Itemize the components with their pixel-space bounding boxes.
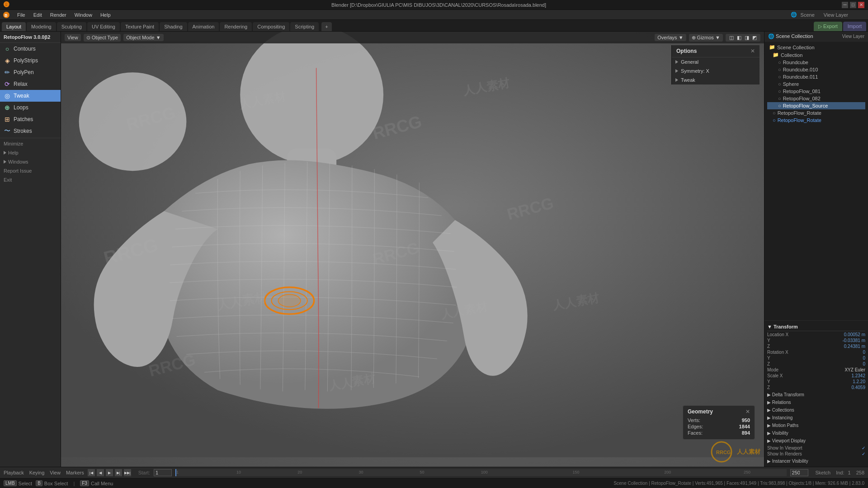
options-panel-header: Options ✕ — [672, 45, 760, 57]
sidebar-item-patches[interactable]: ⊞ Patches — [0, 113, 61, 125]
frame-label-1: 1 — [176, 470, 179, 474]
viewport-background: RRCG 人人素材 RRCG 人人素材 RRCG 人人素材 RRCG 人人素材 … — [61, 32, 764, 467]
tab-uv-editing[interactable]: UV Editing — [87, 22, 120, 31]
viewport[interactable]: RRCG 人人素材 RRCG 人人素材 RRCG 人人素材 RRCG 人人素材 … — [61, 32, 764, 467]
sidebar-item-tweak[interactable]: ◎ Tweak — [0, 90, 61, 102]
windows-arrow-icon — [4, 160, 6, 164]
scene-item-roundcube[interactable]: ○ Roundcube — [767, 59, 865, 66]
report-issue-label: Report Issue — [4, 168, 32, 174]
menu-help[interactable]: Help — [97, 11, 114, 19]
visibility-section[interactable]: ▶ Visibility — [767, 429, 865, 437]
collection-sub-icon: 📁 — [773, 52, 779, 58]
tab-rendering[interactable]: Rendering — [220, 22, 252, 31]
sidebar-windows[interactable]: Windows — [0, 157, 61, 166]
sidebar-item-strokes[interactable]: 〜 Strokes — [0, 125, 61, 137]
scene-item-retopoflow-rotate1[interactable]: ○ RetopoFlow_Rotate — [767, 109, 865, 117]
add-workspace-button[interactable]: + — [321, 22, 331, 31]
relations-section[interactable]: ▶ Relations — [767, 399, 865, 406]
jump-start-button[interactable]: |◀ — [88, 469, 95, 476]
next-frame-button[interactable]: ▶| — [115, 469, 122, 476]
start-frame-input[interactable] — [154, 469, 172, 476]
frame-label-50: 50 — [420, 470, 425, 474]
tab-layout[interactable]: Layout — [2, 22, 26, 31]
sidebar-help[interactable]: Help — [0, 148, 61, 157]
options-symmetry[interactable]: Symmetry: X — [672, 66, 760, 75]
viewport-shading-buttons[interactable]: ◫ ◧ ◨ ◩ — [726, 34, 760, 42]
scene-item-retopoflow-source[interactable]: ○ RetopoFlow_Source — [767, 102, 865, 109]
polypen-icon: ✏ — [4, 69, 11, 76]
status-bar: LMB Select B Box Select | F3 Call Menu S… — [0, 478, 868, 488]
select-status: LMB Select — [4, 480, 32, 486]
maximize-button[interactable]: □ — [850, 2, 856, 8]
geometry-verts-row: Verts: 950 — [688, 418, 750, 423]
minimize-button[interactable]: ─ — [842, 2, 848, 8]
rrcg-text: 人人素材 — [737, 448, 760, 456]
motion-paths-section[interactable]: ▶ Motion Paths — [767, 422, 865, 429]
collections-section[interactable]: ▶ Collections — [767, 406, 865, 414]
end-frame-input[interactable] — [790, 469, 808, 476]
viewport-object-type-button[interactable]: ⊙ Object Type — [84, 34, 121, 42]
main-area: RetopoFlow 3.0.0β2 ○ Contours ◈ PolyStri… — [0, 32, 868, 467]
tab-compositing[interactable]: Compositing — [253, 22, 289, 31]
menu-render[interactable]: Render — [47, 11, 70, 19]
timeline-area[interactable]: 1 10 20 30 50 100 150 200 250 — [175, 469, 787, 476]
sidebar-report-issue[interactable]: Report Issue — [0, 166, 61, 175]
sidebar-item-relax[interactable]: ⟳ Relax — [0, 78, 61, 90]
tab-scripting[interactable]: Scripting — [290, 22, 319, 31]
prev-frame-button[interactable]: ◀ — [97, 469, 104, 476]
tab-animation[interactable]: Animation — [188, 22, 219, 31]
sidebar-item-loops[interactable]: ⊕ Loops — [0, 102, 61, 113]
delta-transform-section[interactable]: ▶ Delta Transform — [767, 391, 865, 399]
svg-point-8 — [278, 295, 301, 307]
markers-label: Markers — [66, 470, 84, 475]
menu-edit[interactable]: Edit — [30, 11, 46, 19]
verts-value: 950 — [742, 418, 750, 423]
scene-item-collection[interactable]: 📁 Collection — [767, 51, 865, 59]
viewport-view-button[interactable]: View — [65, 34, 81, 41]
sphere-label: Sphere — [783, 81, 799, 87]
menu-window[interactable]: Window — [71, 11, 96, 19]
sidebar-item-polypen[interactable]: ✏ PolyPen — [0, 66, 61, 78]
status-divider-1: | — [73, 481, 75, 486]
viewport-object-mode-button[interactable]: Object Mode ▼ — [123, 34, 163, 41]
frame-label-200: 200 — [664, 470, 671, 474]
viewport-overlays-button[interactable]: Overlays ▼ — [655, 34, 686, 41]
viewport-gizmos-button[interactable]: ⊕ Gizmos ▼ — [689, 34, 723, 42]
frame-label-10: 10 — [236, 470, 241, 474]
blender-logo: 🅑 — [4, 1, 9, 8]
tab-modeling[interactable]: Modeling — [27, 22, 56, 31]
blender-icon: B — [2, 10, 11, 19]
export-button[interactable]: ▷ Export — [814, 22, 842, 31]
general-arrow-icon — [675, 60, 678, 64]
options-close-button[interactable]: ✕ — [750, 48, 755, 54]
geometry-close-button[interactable]: ✕ — [745, 408, 750, 415]
tab-texture-paint[interactable]: Texture Paint — [121, 22, 159, 31]
sidebar-item-contours[interactable]: ○ Contours — [0, 43, 61, 55]
viewport-display-section[interactable]: ▶ Viewport Display — [767, 437, 865, 445]
transform-section[interactable]: ▼ Transform — [767, 323, 865, 331]
jump-end-button[interactable]: ▶▶| — [124, 469, 131, 476]
rotate2-label: RetopoFlow_Rotate — [778, 117, 821, 123]
scene-item-retopoflow082[interactable]: ○ RetopoFlow_082 — [767, 95, 865, 102]
scene-item-retopoflow-rotate2[interactable]: ○ RetopoFlow_Rotate — [767, 117, 865, 124]
scene-item-retopoflow081[interactable]: ○ RetopoFlow_081 — [767, 88, 865, 95]
sidebar-minimize[interactable]: Minimize — [0, 139, 61, 148]
options-general[interactable]: General — [672, 57, 760, 66]
scene-item-roundcube010[interactable]: ○ Roundcube.010 — [767, 66, 865, 73]
tab-shading[interactable]: Shading — [160, 22, 187, 31]
contours-icon: ○ — [4, 45, 11, 52]
scene-item-sphere[interactable]: ○ Sphere — [767, 80, 865, 88]
options-tweak[interactable]: Tweak — [672, 75, 760, 84]
sidebar-item-polystrips[interactable]: ◈ PolyStrips — [0, 55, 61, 66]
menu-file[interactable]: File — [14, 11, 29, 19]
sidebar-exit[interactable]: Exit — [0, 175, 61, 184]
scene-item-roundcube011[interactable]: ○ Roundcube.011 — [767, 73, 865, 80]
scene-collection-root[interactable]: 📁 Scene Collection — [767, 43, 865, 51]
scene-collection-list: 📁 Scene Collection 📁 Collection ○ Roundc… — [764, 42, 868, 320]
instancing-section[interactable]: ▶ Instancing — [767, 414, 865, 422]
import-button[interactable]: Import — [843, 22, 866, 31]
play-button[interactable]: ▶ — [106, 469, 113, 476]
close-button[interactable]: ✕ — [858, 2, 864, 8]
tab-sculpting[interactable]: Sculpting — [57, 22, 86, 31]
instancer-visibility-section[interactable]: ▶ Instancer Visibility — [767, 457, 865, 465]
